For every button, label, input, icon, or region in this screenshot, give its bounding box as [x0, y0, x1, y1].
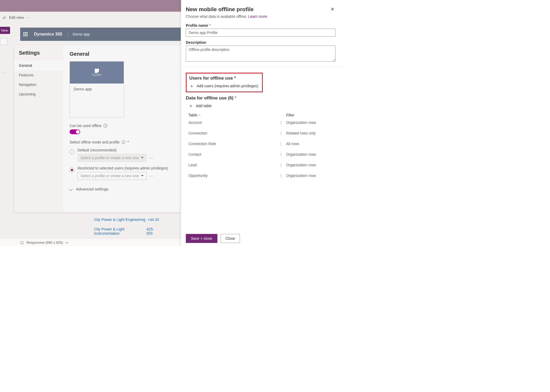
status-label[interactable]: Responsive (995 x 825)	[27, 241, 63, 245]
sort-asc-icon[interactable]: ↑	[199, 113, 200, 117]
description-input[interactable]: Offline profile description	[186, 46, 336, 62]
device-icon	[20, 241, 24, 245]
bg-row: City Power & Light Engineering +44 20	[73, 215, 180, 224]
row-filter: Organization rows	[286, 120, 336, 125]
table-row[interactable]: Account⋮Organization rows	[186, 117, 336, 128]
row-filter: Organization rows	[286, 173, 336, 178]
app-tile-header: AppMo	[70, 62, 124, 84]
chevron-down-icon	[69, 187, 73, 191]
row-table-name: Connection	[186, 131, 276, 135]
row-menu-icon[interactable]: ⋮	[276, 175, 286, 176]
sidebar-item-upcoming[interactable]: Upcoming	[14, 89, 63, 99]
panel-footer: Save + close Close	[181, 230, 344, 246]
save-close-button[interactable]: Save + close	[186, 234, 217, 243]
app-tile[interactable]: AppMo Demo app	[70, 61, 124, 118]
profile-name-label: Profile name *	[186, 23, 336, 28]
add-users-button[interactable]: ＋ Add users (requires admin privileges)	[189, 84, 259, 88]
offline-toggle[interactable]	[70, 129, 80, 134]
offline-profile-panel: New mobile offline profile ✕ Choose what…	[181, 0, 344, 246]
table-header: Table ↑ Filter	[186, 113, 336, 117]
info-icon[interactable]: i	[104, 124, 107, 128]
new-button[interactable]: New	[0, 27, 10, 34]
edit-view-label[interactable]: Edit view	[9, 15, 24, 20]
settings-sidebar: Settings General Features Navigation Upc…	[14, 45, 63, 212]
app-launcher-icon[interactable]	[23, 32, 28, 36]
required-indicator: *	[127, 140, 129, 144]
row-table-name: Lead	[186, 163, 276, 167]
panel-title: New mobile offline profile	[186, 6, 254, 12]
bg-row-phone[interactable]: 425-555	[147, 227, 159, 236]
close-icon[interactable]: ✕	[329, 5, 336, 13]
row-menu-icon[interactable]: ⋮	[276, 143, 286, 144]
row-table-name: Connection Role	[186, 142, 276, 146]
table-row[interactable]: Connection⋮Related rows only	[186, 128, 336, 138]
plus-icon: ＋	[188, 103, 193, 108]
radio-default[interactable]	[70, 150, 74, 154]
table-row[interactable]: Opportunity⋮Organization rows	[186, 170, 336, 181]
row-menu-icon[interactable]: ⋮	[276, 133, 286, 134]
product-name: Dynamics 365	[34, 32, 62, 37]
svg-rect-0	[21, 241, 24, 243]
row-table-name: Account	[186, 120, 276, 125]
divider	[181, 67, 344, 67]
row-menu-icon[interactable]: ⋮	[276, 164, 286, 165]
row-menu-icon[interactable]: ⋮	[276, 154, 286, 155]
app-tile-alt: AppMo	[92, 73, 102, 77]
app-tile-name: Demo app	[70, 84, 124, 117]
row-menu-icon[interactable]: ⋮	[276, 122, 286, 123]
col-filter-label[interactable]: Filter	[286, 113, 336, 117]
sidebar-item-features[interactable]: Features	[14, 70, 63, 80]
bg-row-name[interactable]: City Power & Light Instrumentation	[94, 227, 147, 236]
row-filter: Related rows only	[286, 131, 336, 135]
section-title: General	[70, 51, 174, 57]
description-label: Description	[186, 40, 336, 45]
row-filter: Organization rows	[286, 163, 336, 167]
table-row[interactable]: Lead⋮Organization rows	[186, 160, 336, 170]
more-icon[interactable]: ···	[149, 156, 154, 160]
data-header: Data for offline use (6) *	[186, 95, 336, 101]
dynamics-header: Dynamics 365 Demo app	[20, 28, 181, 41]
profile-select-restricted[interactable]: Select a profile or create a new one	[78, 172, 147, 180]
app-name: Demo app	[73, 32, 90, 36]
row-filter: Organization rows	[286, 152, 336, 156]
left-more-icon[interactable]: ···	[1, 71, 6, 75]
learn-more-link[interactable]: Learn more	[248, 14, 267, 19]
table-row[interactable]: Contact⋮Organization rows	[186, 149, 336, 160]
sidebar-item-navigation[interactable]: Navigation	[14, 80, 63, 89]
profile-select-default: Select a profile or create a new one	[78, 154, 147, 162]
row-filter: All rows	[286, 142, 336, 146]
broken-image-icon	[95, 69, 99, 73]
info-icon[interactable]: i	[122, 140, 125, 144]
profile-name-input[interactable]	[186, 29, 336, 37]
col-table-label[interactable]: Table	[188, 113, 197, 117]
bg-row-phone[interactable]: +44 20	[148, 217, 159, 222]
bg-row: City Power & Light Instrumentation 425-5…	[73, 224, 180, 238]
settings-content: General AppMo Demo app Can be used offli…	[63, 45, 181, 212]
bg-row-name[interactable]: City Power & Light Engineering	[94, 217, 145, 222]
close-button[interactable]: Close	[221, 234, 240, 243]
settings-modal: Settings General Features Navigation Upc…	[14, 45, 181, 212]
row-table-name: Contact	[186, 152, 276, 156]
users-offline-section-highlight: Users for offline use * ＋ Add users (req…	[186, 73, 263, 92]
offline-toggle-label: Can be used offline	[70, 124, 101, 128]
more-icon[interactable]: ···	[27, 15, 31, 20]
advanced-settings-toggle[interactable]: Advanced settings	[70, 187, 174, 191]
chevron-down-icon[interactable]	[66, 241, 68, 244]
pencil-icon	[3, 16, 6, 19]
settings-title: Settings	[14, 50, 63, 61]
select-mode-label: Select offline mode and profile	[70, 140, 119, 144]
separator	[68, 31, 68, 37]
plus-icon: ＋	[189, 84, 194, 88]
sidebar-item-general[interactable]: General	[14, 61, 63, 70]
add-table-button[interactable]: ＋ Add table	[188, 103, 336, 108]
more-icon[interactable]: ···	[149, 174, 154, 178]
left-input-box[interactable]	[0, 38, 7, 45]
panel-subtitle: Choose what data is available offline.	[186, 14, 247, 19]
radio-restricted[interactable]	[70, 168, 74, 172]
table-row[interactable]: Connection Role⋮All rows	[186, 138, 336, 149]
radio-restricted-label: Restricted to selected users (requires a…	[78, 166, 168, 170]
row-table-name: Opportunity	[186, 173, 276, 178]
radio-default-label: Default (recommended)	[78, 148, 154, 152]
status-bar: Responsive (995 x 825)	[0, 239, 181, 246]
users-header: Users for offline use *	[189, 76, 259, 81]
